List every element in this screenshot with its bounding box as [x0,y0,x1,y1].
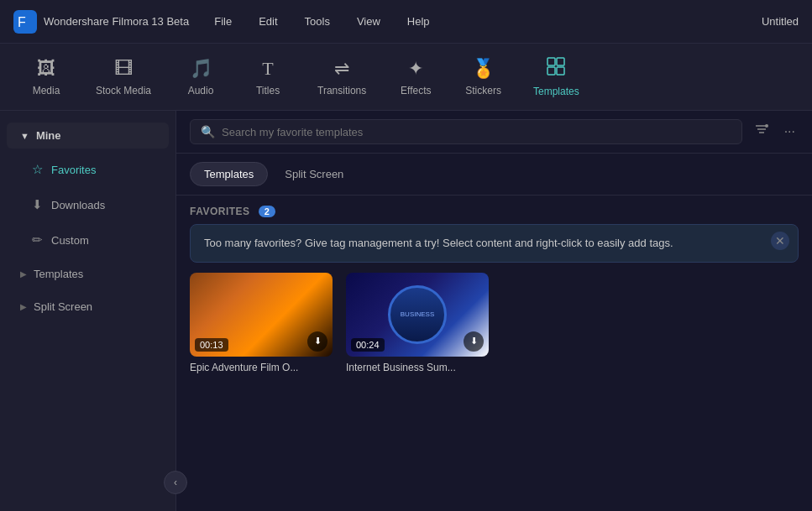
download-icon: ⬇ [32,197,43,212]
arrow-right-icon-2: ▶ [20,302,27,311]
sidebar-toggle-button[interactable]: ‹ [164,471,187,494]
template-card-business[interactable]: BUSINESS 00:24 ⬇ Internet Business Sum..… [346,273,489,373]
sidebar-downloads-label: Downloads [51,199,105,211]
edit-icon: ✏ [32,232,43,248]
svg-rect-3 [557,58,564,65]
search-input[interactable] [222,126,731,138]
duration-business: 00:24 [351,338,385,352]
toolbar-titles-label: Titles [256,85,280,96]
menu-view[interactable]: View [352,12,385,31]
favorites-section-header: FAVORITES 2 [176,196,812,224]
sidebar-item-custom[interactable]: ✏ Custom [7,224,169,256]
info-banner-text: Too many favorites? Give tag management … [204,237,673,249]
svg-rect-2 [547,58,555,65]
toolbar-audio-label: Audio [188,85,214,96]
toolbar-transitions[interactable]: ⇌ Transitions [306,51,378,103]
menu-edit[interactable]: Edit [254,12,282,31]
menu-bar: File Edit Tools View Help [209,12,762,31]
template-name-business: Internet Business Sum... [346,362,489,373]
svg-rect-4 [547,67,555,75]
sidebar-custom-label: Custom [51,234,89,247]
svg-text:F: F [18,15,26,29]
more-options-icon[interactable]: ··· [781,121,799,143]
chevron-left-icon: ‹ [174,477,177,488]
content-area: 🔍 ··· Templates Split Screen [176,111,812,511]
sidebar-item-templates[interactable]: ▶ Templates [7,259,169,289]
toolbar-titles[interactable]: T Titles [238,51,297,103]
audio-icon: 🎵 [190,58,212,80]
search-actions: ··· [751,119,799,144]
sidebar-templates-label: Templates [34,268,83,280]
download-thumb-business[interactable]: ⬇ [464,331,484,352]
menu-help[interactable]: Help [402,12,435,31]
transitions-icon: ⇌ [334,58,349,80]
star-icon: ☆ [32,162,43,177]
info-banner: Too many favorites? Give tag management … [190,224,799,263]
template-thumb-epic: 00:13 ⬇ [190,273,333,357]
stickers-icon: 🏅 [472,58,495,80]
close-banner-button[interactable]: ✕ [771,232,789,250]
effects-icon: ✦ [408,58,423,80]
sidebar-section-mine: ▼ Mine [7,123,169,149]
toolbar-stock-media[interactable]: 🎞 Stock Media [84,51,163,103]
duration-epic: 00:13 [195,338,228,352]
filter-icon[interactable] [751,119,773,144]
sidebar: ▼ Mine ☆ Favorites ⬇ Downloads ✏ Custom … [0,111,176,511]
toolbar-transitions-label: Transitions [317,85,366,96]
toolbar-media-label: Media [33,85,60,96]
sidebar-split-screen-label: Split Screen [34,300,92,313]
menu-tools[interactable]: Tools [300,12,335,31]
tabs-row: Templates Split Screen [176,154,812,196]
favorites-title: FAVORITES [190,206,250,217]
toolbar-stickers-label: Stickers [465,85,501,96]
toolbar: 🖼 Media 🎞 Stock Media 🎵 Audio T Titles ⇌… [0,44,812,111]
menu-file[interactable]: File [209,12,237,31]
tab-split-screen[interactable]: Split Screen [271,163,357,185]
toolbar-stickers[interactable]: 🏅 Stickers [453,51,513,103]
download-thumb-epic[interactable]: ⬇ [307,331,327,352]
sidebar-item-favorites[interactable]: ☆ Favorites [7,154,169,185]
toolbar-templates[interactable]: Templates [521,50,591,104]
titles-icon: T [262,58,273,80]
search-bar: 🔍 ··· [176,111,812,154]
svg-point-9 [765,124,768,128]
sidebar-item-split-screen[interactable]: ▶ Split Screen [7,292,169,321]
media-icon: 🖼 [37,58,55,80]
templates-icon [547,57,565,81]
toolbar-stock-media-label: Stock Media [96,85,151,96]
app-name: Wondershare Filmora 13 Beta [44,15,189,28]
title-bar: F Wondershare Filmora 13 Beta File Edit … [0,0,812,44]
template-grid: 00:13 ⬇ Epic Adventure Film O... BUSINES… [176,273,812,373]
logo-icon: F [13,10,37,34]
main-layout: ▼ Mine ☆ Favorites ⬇ Downloads ✏ Custom … [0,111,812,511]
tab-templates[interactable]: Templates [190,162,268,186]
project-title: Untitled [762,15,799,28]
toolbar-effects[interactable]: ✦ Effects [386,51,445,103]
template-thumb-business: BUSINESS 00:24 ⬇ [346,273,489,357]
favorites-count-badge: 2 [259,206,275,217]
sidebar-section-label: Mine [36,129,61,142]
sidebar-favorites-label: Favorites [51,164,96,176]
arrow-right-icon: ▶ [20,269,27,279]
business-circle-graphic: BUSINESS [388,285,447,344]
template-card-epic[interactable]: 00:13 ⬇ Epic Adventure Film O... [190,273,333,373]
app-logo: F Wondershare Filmora 13 Beta [13,10,189,34]
toolbar-audio[interactable]: 🎵 Audio [171,51,230,103]
search-icon: 🔍 [201,125,215,138]
search-input-wrap[interactable]: 🔍 [190,119,742,144]
svg-rect-5 [557,67,564,75]
stock-media-icon: 🎞 [114,58,133,80]
chevron-down-icon: ▼ [20,131,29,141]
toolbar-effects-label: Effects [401,85,431,96]
sidebar-item-downloads[interactable]: ⬇ Downloads [7,189,169,221]
template-name-epic: Epic Adventure Film O... [190,362,333,373]
toolbar-templates-label: Templates [533,86,579,97]
toolbar-media[interactable]: 🖼 Media [17,51,76,103]
